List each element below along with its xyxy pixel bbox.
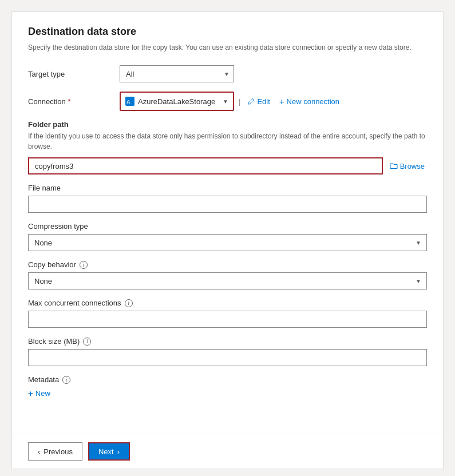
folder-path-input[interactable] bbox=[28, 157, 383, 174]
target-type-label: Target type bbox=[28, 70, 120, 78]
file-name-label: File name bbox=[28, 184, 427, 192]
copy-behavior-info-icon[interactable]: i bbox=[80, 261, 88, 269]
destination-data-store-panel: Destination data store Specify the desti… bbox=[11, 11, 444, 469]
target-type-select-wrapper: All Azure Amazon S3 File ▼ bbox=[120, 65, 234, 82]
folder-path-title: Folder path bbox=[28, 120, 427, 129]
edit-icon bbox=[247, 98, 255, 105]
browse-label: Browse bbox=[400, 162, 425, 170]
page-description: Specify the destination data store for t… bbox=[28, 42, 427, 53]
folder-icon bbox=[390, 162, 398, 170]
connection-controls: A AzureDataLakeStorage ▼ | Edit + bbox=[120, 92, 342, 111]
block-size-label: Block size (MB) i bbox=[28, 337, 427, 346]
compression-type-label: Compression type bbox=[28, 222, 427, 231]
max-concurrent-connections-group: Max concurrent connections i bbox=[28, 299, 427, 328]
compression-type-group: Compression type None GZip Deflate BZip2… bbox=[28, 222, 427, 251]
previous-button[interactable]: ‹ Previous bbox=[28, 442, 82, 461]
folder-path-description: If the identity you use to access the da… bbox=[28, 131, 427, 152]
connection-select[interactable]: AzureDataLakeStorage bbox=[121, 93, 233, 110]
new-connection-button[interactable]: + New connection bbox=[277, 97, 342, 106]
target-type-row: Target type All Azure Amazon S3 File ▼ bbox=[28, 65, 427, 82]
browse-button[interactable]: Browse bbox=[387, 162, 427, 170]
copy-behavior-group: Copy behavior i None AddPrefix FlattenHi… bbox=[28, 260, 427, 289]
page-title: Destination data store bbox=[28, 26, 427, 38]
connection-row: Connection A AzureDataLakeStorage ▼ | bbox=[28, 92, 427, 111]
new-metadata-label: New bbox=[35, 389, 50, 398]
compression-type-select[interactable]: None GZip Deflate BZip2 ZipDeflate TarGz… bbox=[28, 234, 427, 251]
copy-behavior-dropdown-wrapper: None AddPrefix FlattenHierarchy MergeFil… bbox=[28, 272, 427, 289]
edit-label: Edit bbox=[257, 97, 270, 106]
next-button[interactable]: Next › bbox=[88, 442, 130, 461]
block-size-input[interactable] bbox=[28, 349, 427, 366]
block-size-group: Block size (MB) i bbox=[28, 337, 427, 366]
metadata-label: Metadata i bbox=[28, 375, 427, 384]
metadata-group: Metadata i + New bbox=[28, 375, 427, 399]
block-size-info-icon[interactable]: i bbox=[83, 338, 91, 346]
edit-button[interactable]: Edit bbox=[245, 97, 272, 106]
max-concurrent-connections-input[interactable] bbox=[28, 311, 427, 328]
connection-label: Connection bbox=[28, 97, 120, 106]
max-concurrent-connections-info-icon[interactable]: i bbox=[125, 299, 133, 307]
next-label: Next bbox=[98, 447, 114, 456]
file-name-group: File name bbox=[28, 184, 427, 213]
file-name-input[interactable] bbox=[28, 196, 427, 213]
folder-path-row: Browse bbox=[28, 157, 427, 174]
folder-path-input-wrapper bbox=[28, 157, 383, 174]
compression-type-dropdown-wrapper: None GZip Deflate BZip2 ZipDeflate TarGz… bbox=[28, 234, 427, 251]
previous-icon: ‹ bbox=[38, 447, 40, 456]
next-icon: › bbox=[117, 447, 120, 456]
copy-behavior-label: Copy behavior i bbox=[28, 260, 427, 269]
new-metadata-button[interactable]: + New bbox=[28, 387, 50, 399]
max-concurrent-connections-label: Max concurrent connections i bbox=[28, 299, 427, 307]
plus-icon: + bbox=[279, 97, 284, 106]
new-metadata-plus-icon: + bbox=[28, 388, 33, 398]
previous-label: Previous bbox=[43, 447, 73, 456]
metadata-info-icon[interactable]: i bbox=[62, 376, 70, 384]
target-type-select[interactable]: All Azure Amazon S3 File bbox=[120, 65, 234, 82]
folder-path-section: Folder path If the identity you use to a… bbox=[28, 120, 427, 174]
panel-footer: ‹ Previous Next › bbox=[12, 434, 443, 469]
edit-separator: | bbox=[239, 97, 240, 106]
new-connection-label: New connection bbox=[287, 97, 340, 106]
copy-behavior-select[interactable]: None AddPrefix FlattenHierarchy MergeFil… bbox=[28, 272, 427, 289]
connection-select-wrapper: A AzureDataLakeStorage ▼ bbox=[120, 92, 234, 111]
